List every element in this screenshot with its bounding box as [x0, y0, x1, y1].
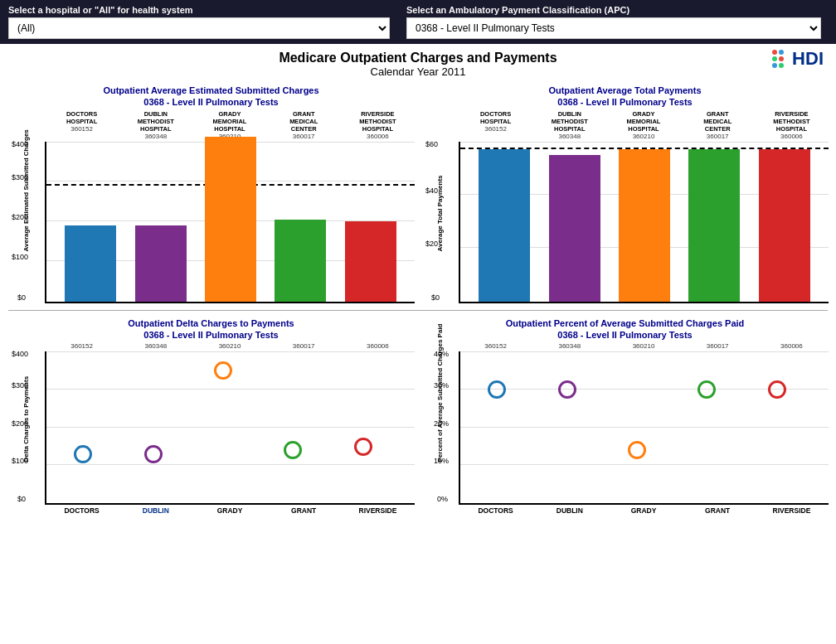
h2-name-tr: DUBLINMETHODISTHOSPITAL [532, 110, 606, 133]
bl-tick-0: $0 [17, 495, 26, 503]
br-dot-riverside [768, 380, 786, 399]
bl-dot-doctors [74, 445, 92, 463]
br-dot-grady [628, 441, 646, 459]
bottom-right-chart: Outpatient Percent of Average Submitted … [418, 314, 832, 519]
h1-id-bl: 360152 [45, 342, 119, 350]
br-dot-doctors [488, 380, 506, 399]
h3-id-bl: 360210 [192, 342, 266, 350]
hdi-dots-icon [772, 50, 789, 68]
br-tick-20: 20% [434, 419, 449, 428]
apc-label: Select an Ambulatory Payment Classificat… [406, 5, 821, 15]
tl-tick-100: $100 [12, 253, 28, 261]
h1-name-tr: DOCTORSHOSPITAL [459, 110, 532, 125]
h5-name-tl: RIVERSIDEMETHODISTHOSPITAL [341, 110, 415, 133]
h1-id-br: 360152 [459, 342, 532, 350]
h5-id-bl: 360006 [341, 342, 415, 350]
tl-bar-grant [275, 220, 326, 302]
h4-id-bl: 360017 [267, 342, 341, 350]
tr-tick-20: $20 [425, 240, 438, 248]
tl-bar-doctors [65, 225, 116, 302]
bl-x5: RIVERSIDE [341, 506, 415, 515]
tr-tick-40: $40 [425, 186, 438, 195]
h1-id-tl: 360152 [45, 125, 119, 133]
h1-name-tl: DOCTORSHOSPITAL [45, 110, 119, 125]
h5-id-tl: 360006 [341, 133, 415, 140]
br-tick-30: 30% [434, 381, 449, 390]
tl-bar-grady [205, 137, 256, 302]
tr-bar-dublin [549, 155, 600, 302]
tr-bar-doctors [479, 149, 530, 301]
h3-name-tr: GRADYMEMORIALHOSPITAL [606, 110, 680, 133]
top-right-chart: Outpatient Average Total Payments 0368 -… [418, 81, 832, 307]
top-left-title: Outpatient Average Estimated Submitted C… [7, 85, 415, 109]
br-x4: GRANT [681, 506, 755, 515]
tl-bar-riverside [345, 221, 396, 302]
bl-dot-riverside [354, 438, 372, 456]
bl-tick-200: $200 [12, 419, 28, 428]
h5-id-tr: 360006 [755, 133, 829, 140]
bl-x2: DUBLIN [119, 506, 192, 515]
bl-dot-grady [214, 361, 232, 380]
br-tick-0: 0% [437, 495, 448, 503]
charts-container: Outpatient Average Estimated Submitted C… [0, 81, 836, 518]
tl-tick-300: $300 [12, 173, 28, 182]
br-x1: DOCTORS [459, 506, 532, 515]
tr-bar-grant [688, 149, 740, 301]
h2-name-tl: DUBLINMETHODISTHOSPITAL [119, 110, 192, 133]
br-x5: RIVERSIDE [755, 506, 829, 515]
h3-id-tr: 360210 [606, 133, 680, 140]
tr-bar-grady [619, 149, 670, 301]
hospital-select[interactable]: (All) [8, 17, 390, 39]
bottom-left-chart: Outpatient Delta Charges to Payments 036… [4, 314, 418, 519]
bl-dot-grant [284, 441, 302, 459]
h4-name-tr: GRANTMEDICALCENTER [681, 110, 755, 133]
br-tick-40: 40% [434, 350, 449, 358]
bl-x1: DOCTORS [45, 506, 119, 515]
bl-dot-dublin [144, 445, 163, 463]
br-dot-dublin [558, 380, 576, 399]
hdi-text: HDI [792, 48, 824, 70]
tl-tick-400: $400 [12, 140, 28, 148]
top-left-chart: Outpatient Average Estimated Submitted C… [4, 81, 418, 307]
tl-bar-dublin [135, 225, 187, 302]
bottom-left-title: Outpatient Delta Charges to Payments 036… [7, 317, 415, 341]
h1-id-tr: 360152 [459, 125, 532, 133]
h5-id-br: 360006 [755, 342, 829, 350]
main-subtitle: Calendar Year 2011 [0, 65, 836, 78]
bl-x3: GRADY [192, 506, 266, 515]
h4-id-tr: 360017 [681, 133, 755, 140]
h4-id-tl: 360017 [267, 133, 341, 140]
br-x3: GRADY [606, 506, 680, 515]
h3-id-br: 360210 [606, 342, 680, 350]
tr-tick-60: $60 [425, 140, 438, 148]
hospital-label: Select a hospital or "All" for health sy… [8, 5, 390, 15]
bl-tick-300: $300 [12, 381, 28, 390]
h2-id-br: 360348 [532, 342, 606, 350]
main-title-area: Medicare Outpatient Charges and Payments… [0, 44, 836, 81]
hospital-selector-section: Select a hospital or "All" for health sy… [8, 5, 390, 39]
tr-bar-riverside [759, 149, 810, 301]
tl-tick-200: $200 [12, 213, 28, 221]
hdi-logo: HDI [772, 48, 824, 70]
h3-name-tl: GRADYMEMORIALHOSPITAL [192, 110, 266, 133]
bottom-right-title: Outpatient Percent of Average Submitted … [421, 317, 829, 341]
h4-name-tl: GRANTMEDICALCENTER [267, 110, 341, 133]
apc-selector-section: Select an Ambulatory Payment Classificat… [406, 5, 821, 39]
tr-tick-0: $0 [431, 293, 440, 302]
h4-id-br: 360017 [681, 342, 755, 350]
bl-tick-100: $100 [12, 457, 28, 465]
tl-tick-0: $0 [17, 293, 26, 302]
apc-select[interactable]: 0368 - Level II Pulmonary Tests [406, 17, 821, 39]
main-title: Medicare Outpatient Charges and Payments [0, 51, 836, 65]
top-right-title: Outpatient Average Total Payments 0368 -… [421, 85, 829, 109]
h2-id-tl: 360348 [119, 133, 192, 140]
h2-id-bl: 360348 [119, 342, 192, 350]
h5-name-tr: RIVERSIDEMETHODISTHOSPITAL [755, 110, 829, 133]
bl-tick-400: $400 [12, 350, 28, 358]
br-dot-grant [697, 380, 716, 399]
br-x2: DUBLIN [532, 506, 606, 515]
bl-x4: GRANT [267, 506, 341, 515]
br-tick-10: 10% [434, 457, 449, 465]
h2-id-tr: 360348 [532, 133, 606, 140]
top-bar: Select a hospital or "All" for health sy… [0, 0, 836, 44]
